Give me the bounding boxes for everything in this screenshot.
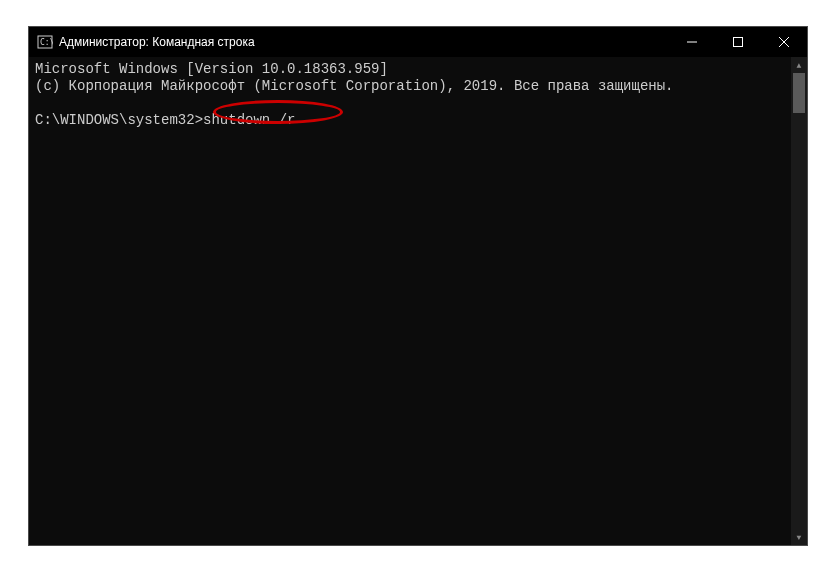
command-input[interactable]: shutdown /r [203,112,295,128]
titlebar[interactable]: C:\ Администратор: Командная строка [29,27,807,57]
svg-rect-3 [734,38,743,47]
maximize-button[interactable] [715,27,761,57]
prompt-line: C:\WINDOWS\system32>shutdown /r [35,112,801,129]
copyright-line: (c) Корпорация Майкрософт (Microsoft Cor… [35,78,801,95]
scroll-down-arrow[interactable]: ▼ [791,529,807,545]
scrollbar-thumb[interactable] [793,73,805,113]
command-prompt-window: C:\ Администратор: Командная строка Micr… [28,26,808,546]
vertical-scrollbar[interactable]: ▲ ▼ [791,57,807,545]
minimize-button[interactable] [669,27,715,57]
scroll-up-arrow[interactable]: ▲ [791,57,807,73]
terminal-content[interactable]: Microsoft Windows [Version 10.0.18363.95… [29,57,807,545]
svg-text:C:\: C:\ [40,38,53,47]
cmd-icon: C:\ [37,34,53,50]
window-title: Администратор: Командная строка [59,35,255,49]
prompt-path: C:\WINDOWS\system32> [35,112,203,128]
close-button[interactable] [761,27,807,57]
window-controls [669,27,807,57]
version-line: Microsoft Windows [Version 10.0.18363.95… [35,61,801,78]
